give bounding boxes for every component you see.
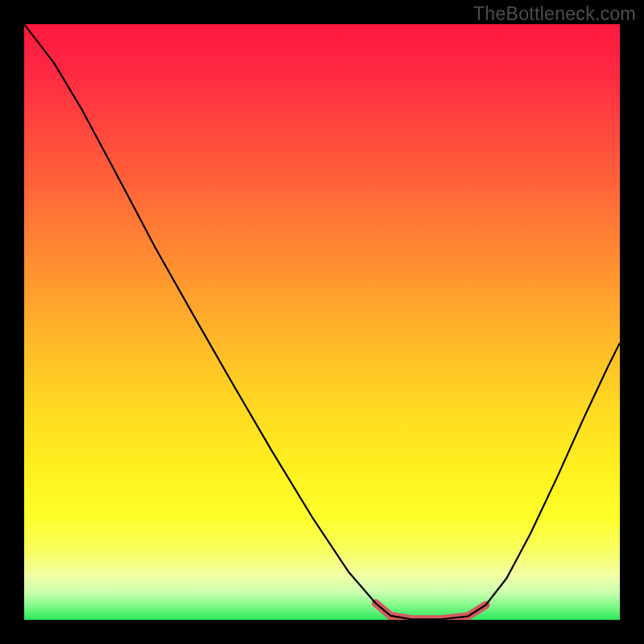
- plot-svg: [24, 24, 620, 620]
- plot-area: [24, 24, 620, 620]
- chart-container: TheBottleneck.com: [0, 0, 644, 644]
- watermark-text: TheBottleneck.com: [473, 3, 636, 25]
